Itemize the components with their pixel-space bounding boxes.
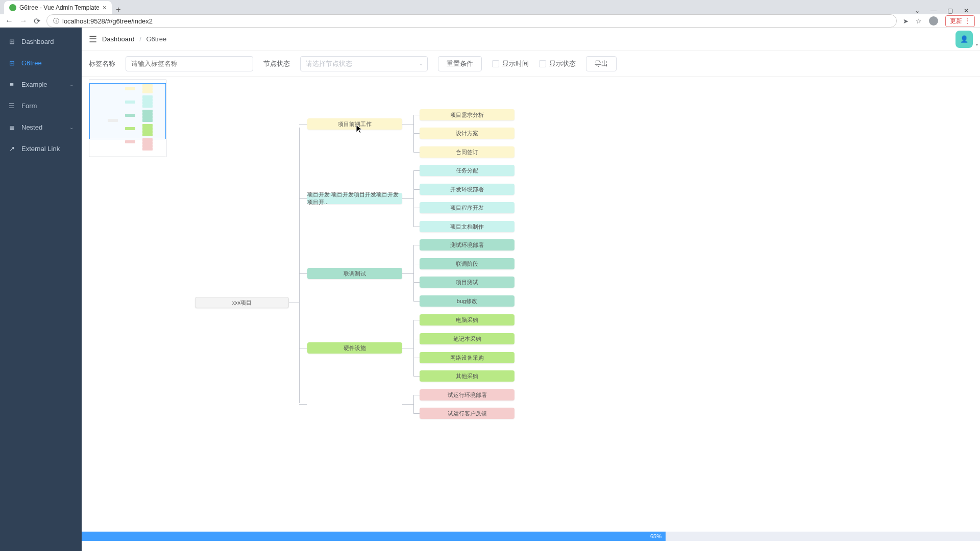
dashboard-icon: ⊞: [8, 38, 15, 45]
reload-button[interactable]: ⟳: [34, 16, 40, 26]
tree-node-level3[interactable]: 项目测试: [420, 277, 514, 288]
update-button[interactable]: 更新 ⋮: [945, 15, 975, 27]
tree-node-level3[interactable]: 项目程序开发: [420, 202, 514, 213]
favicon-icon: [9, 4, 16, 11]
breadcrumb-current: G6tree: [146, 35, 166, 43]
tree-node-level3[interactable]: 笔记本采购: [420, 333, 514, 344]
tree-node-level3[interactable]: 合同签订: [420, 146, 514, 158]
caret-down-icon: ▾: [976, 42, 978, 47]
tree-node-level3[interactable]: bug修改: [420, 295, 514, 307]
send-icon[interactable]: ➤: [903, 17, 909, 25]
close-icon[interactable]: ×: [103, 4, 107, 12]
progress-text: 65%: [650, 532, 662, 541]
close-window-icon[interactable]: ✕: [963, 7, 970, 14]
sidebar-item-g6tree[interactable]: ⊞ G6tree: [0, 52, 82, 73]
tree-node-level3[interactable]: 试运行环境部署: [420, 389, 514, 400]
sidebar-item-nested[interactable]: ≣ Nested ⌄: [0, 116, 82, 138]
chevron-down-icon: ⌄: [419, 61, 423, 66]
sidebar: ⊞ Dashboard ⊞ G6tree ≡ Example ⌄ ☰ Form …: [0, 28, 82, 551]
sidebar-item-label: External Link: [21, 145, 60, 153]
tree-node-level2[interactable]: 项目前期工作: [307, 118, 402, 130]
export-button[interactable]: 导出: [586, 56, 617, 71]
show-time-checkbox[interactable]: 显示时间: [492, 59, 529, 68]
name-input[interactable]: [126, 56, 253, 71]
tree-node-level2[interactable]: 联调测试: [307, 268, 402, 279]
external-link-icon: ↗: [8, 145, 15, 152]
nested-icon: ≣: [8, 123, 15, 131]
reset-button[interactable]: 重置条件: [438, 56, 482, 71]
sidebar-item-label: Nested: [21, 123, 42, 131]
breadcrumb: Dashboard / G6tree: [102, 35, 166, 43]
back-button[interactable]: ←: [5, 16, 13, 26]
menu-toggle-icon[interactable]: ☰: [89, 34, 97, 45]
maximize-icon[interactable]: ▢: [946, 7, 953, 14]
sidebar-item-example[interactable]: ≡ Example ⌄: [0, 73, 82, 95]
avatar[interactable]: 👤 ▾: [955, 31, 973, 48]
tree-node-level3[interactable]: 项目文档制作: [420, 221, 514, 232]
progress-bar: 65%: [82, 532, 980, 541]
sidebar-item-external-link[interactable]: ↗ External Link: [0, 138, 82, 159]
tree-node-level3[interactable]: 网络设备采购: [420, 352, 514, 363]
sidebar-item-dashboard[interactable]: ⊞ Dashboard: [0, 31, 82, 52]
tree-canvas[interactable]: xxx项目 项目前期工作项目开发 项目开发项目开发项目开发项目开...联调测试硬…: [82, 77, 980, 551]
form-icon: ☰: [8, 102, 15, 109]
tree-node-level2[interactable]: 硬件设施: [307, 342, 402, 354]
forward-button[interactable]: →: [19, 16, 28, 26]
label-status: 节点状态: [263, 59, 290, 68]
tree-node-level3[interactable]: 设计方案: [420, 128, 514, 139]
chevron-down-icon: ⌄: [69, 124, 74, 130]
tree-node-level3[interactable]: 任务分配: [420, 165, 514, 176]
breadcrumb-dashboard[interactable]: Dashboard: [102, 35, 135, 43]
tree-node-level2[interactable]: 项目开发 项目开发项目开发项目开发项目开...: [307, 193, 402, 204]
address-bar[interactable]: ⓘ localhost:9528/#/g6tree/index2: [46, 14, 897, 28]
chevron-down-icon: ⌄: [69, 82, 74, 87]
sidebar-item-label: G6tree: [21, 59, 42, 67]
user-icon: 👤: [960, 35, 968, 43]
browser-tab[interactable]: G6tree - Vue Admin Template ×: [4, 1, 112, 14]
minimize-icon[interactable]: —: [930, 7, 937, 14]
star-icon[interactable]: ☆: [916, 17, 922, 25]
tree-node-level3[interactable]: 测试环境部署: [420, 239, 514, 251]
minimap[interactable]: [89, 80, 166, 157]
tree-node-level3[interactable]: 其他采购: [420, 370, 514, 382]
tree-node-level3[interactable]: 开发环境部署: [420, 184, 514, 195]
info-icon: ⓘ: [53, 17, 59, 26]
tree-node-level3[interactable]: 试运行客户反馈: [420, 408, 514, 419]
url-text: localhost:9528/#/g6tree/index2: [62, 17, 153, 25]
tree-node-level3[interactable]: 项目需求分析: [420, 109, 514, 120]
status-select[interactable]: 请选择节点状态 ⌄: [300, 56, 428, 71]
sidebar-item-form[interactable]: ☰ Form: [0, 95, 82, 116]
tree-node-level3[interactable]: 电脑采购: [420, 314, 514, 325]
show-status-checkbox[interactable]: 显示状态: [539, 59, 576, 68]
label-name: 标签名称: [89, 59, 115, 68]
profile-icon[interactable]: [929, 16, 938, 26]
new-tab-button[interactable]: +: [112, 5, 125, 14]
tree-node-root[interactable]: xxx项目: [195, 297, 289, 308]
select-placeholder: 请选择节点状态: [306, 59, 352, 68]
tree-node-level3[interactable]: 联调阶段: [420, 258, 514, 269]
tree-icon: ⊞: [8, 59, 15, 66]
example-icon: ≡: [8, 81, 15, 88]
sidebar-item-label: Dashboard: [21, 38, 54, 45]
minimap-viewport[interactable]: [89, 83, 166, 139]
chevron-down-icon[interactable]: ⌄: [914, 7, 921, 14]
sidebar-item-label: Form: [21, 102, 37, 110]
sidebar-item-label: Example: [21, 81, 47, 88]
tab-title: G6tree - Vue Admin Template: [19, 4, 100, 11]
